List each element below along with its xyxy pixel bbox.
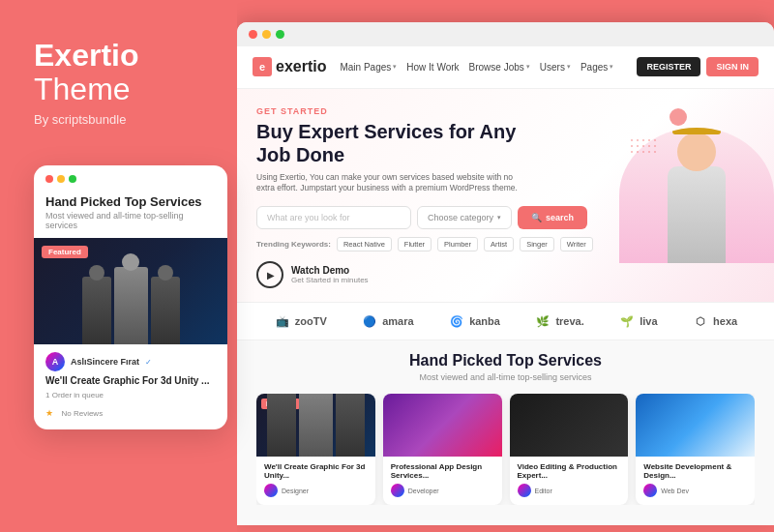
nav-pages[interactable]: Pages ▾ [580,62,613,73]
service-card-image-1: Featured [256,394,375,457]
service-user-row-3: Editor [518,484,621,497]
search-input[interactable]: What are you look for [256,206,411,229]
card-image: Featured [34,238,227,344]
kanba-icon: 🌀 [448,312,465,330]
hexa-icon: ⬡ [692,312,709,330]
card-warriors-1 [256,394,375,457]
dot-yellow [57,175,65,183]
logos-strip: 📺 zooTV 🔵 amara 🌀 kanba 🌿 treva. 🌱 liva … [237,302,774,340]
trending-tag-react[interactable]: React Native [337,237,392,251]
nav-how-it-work[interactable]: How It Work [406,62,459,73]
liva-label: liva [640,315,657,327]
nav-browse-jobs[interactable]: Browse Jobs ▾ [469,62,530,73]
chevron-down-icon: ▾ [526,63,530,71]
service-card-body-3: Video Editing & Production Expert... Edi… [510,457,629,505]
treva-label: treva. [555,315,583,327]
signin-button[interactable]: SIGN IN [706,57,759,76]
nav-actions: REGISTER SIGN IN [637,57,759,76]
order-count: 1 Order in queue [45,391,216,399]
mini-avatar-2 [391,484,404,497]
trending-tag-singer[interactable]: Singer [520,237,554,251]
navbar: e exertio Main Pages ▾ How It Work Brows… [237,46,774,89]
dot-red [45,175,53,183]
chevron-down-icon: ▾ [567,63,571,71]
mini-avatar-3 [518,484,531,497]
play-icon: ▶ [267,270,275,281]
stars: ★ [45,408,53,418]
service-card-title-3: Video Editing & Production Expert... [518,462,621,480]
register-button[interactable]: REGISTER [637,57,700,76]
brand-by: By scriptsbundle [34,112,126,127]
chevron-down-icon: ▾ [610,63,613,71]
service-card-title-4: Website Development & Design... [643,462,747,480]
nav-main-pages[interactable]: Main Pages ▾ [340,62,397,73]
service-user-row-4: Web Dev [643,484,747,497]
browser-content: e exertio Main Pages ▾ How It Work Brows… [237,46,774,525]
logo-hexa: ⬡ hexa [692,312,737,330]
card-section-subtitle: Most viewed and all-time top-selling ser… [34,211,227,238]
bottom-section: Hand Picked Top Services Most viewed and… [237,340,774,524]
trending-tag-artist[interactable]: Artist [484,237,514,251]
service-user-row-1: Designer [264,484,368,497]
logo-zootv: 📺 zooTV [274,312,327,330]
no-reviews: No Reviews [61,409,103,418]
play-button[interactable]: ▶ [256,261,283,288]
section-subtitle: Most viewed and all-time top-selling ser… [256,372,755,382]
search-button[interactable]: 🔍 search [518,206,587,229]
liva-icon: 🌱 [618,312,636,330]
browser-dot-yellow [262,30,271,39]
section-title: Hand Picked Top Services [256,352,755,369]
service-card-image-4 [636,394,755,457]
user-avatar: A [45,352,65,371]
dot-green [69,175,76,183]
warrior-right [151,277,180,344]
mini-name-1: Designer [282,488,309,494]
trending-tag-flutter[interactable]: Flutter [398,237,432,251]
card-titlebar [34,165,227,189]
service-card-2[interactable]: Professional App Design Services... Deve… [383,394,502,505]
user-name: AslıSincere Fırat [71,357,139,367]
mini-avatar-1 [264,484,278,497]
chevron-down-icon: ▾ [393,63,397,71]
watch-demo-sub: Get Started in minutes [291,276,369,284]
wc [299,394,333,457]
services-grid: Featured We'll Create Graphic For 3d Uni… [256,394,755,505]
browser-window: e exertio Main Pages ▾ How It Work Brows… [237,22,774,525]
nav-users[interactable]: Users ▾ [540,62,571,73]
hero-description: Using Exertio, You can make your own ser… [256,172,518,195]
service-card-title-1: We'll Create Graphic For 3d Unity... [264,462,368,480]
service-card-4[interactable]: Website Development & Design... Web Dev [636,394,755,505]
brand-name: Exertio [34,39,138,73]
logo-treva: 🌿 treva. [534,312,583,330]
amara-label: amara [382,315,413,327]
service-card-3[interactable]: Video Editing & Production Expert... Edi… [510,394,629,505]
person-head [677,133,716,171]
treva-icon: 🌿 [534,312,551,330]
watch-demo-text-block: Watch Demo Get Started in minutes [291,265,369,284]
chevron-down-icon: ▾ [497,214,501,222]
service-card-body-4: Website Development & Design... Web Dev [636,457,755,505]
service-card-body-2: Professional App Design Services... Deve… [383,457,502,505]
logo-icon: e [253,57,272,76]
logo-amara: 🔵 amara [361,312,413,330]
zootv-icon: 📺 [274,312,291,330]
service-card-body-1: We'll Create Graphic For 3d Unity... Des… [256,457,375,505]
person-body [668,166,726,263]
search-icon: 🔍 [531,213,542,222]
warrior-center [114,267,148,344]
trending-tag-plumber[interactable]: Plumber [437,237,478,251]
navbar-logo: e exertio [253,57,326,76]
service-card-1[interactable]: Featured We'll Create Graphic For 3d Uni… [256,394,375,505]
card-body: A AslıSincere Fırat ✓ We'll Create Graph… [34,344,227,429]
kanba-label: kanba [469,315,500,327]
left-panel: Exertio Theme By scriptsbundle Hand Pick… [0,0,237,532]
person-hat [672,128,721,134]
browser-titlebar [237,22,774,46]
warriors-graphic [34,257,227,344]
browser-dot-red [249,30,257,39]
service-title: We'll Create Graphic For 3d Unity ... [45,375,216,386]
category-select[interactable]: Choose category ▾ [417,206,512,229]
decor-circle [670,108,687,126]
service-card-title-2: Professional App Design Services... [391,462,494,480]
nav-links: Main Pages ▾ How It Work Browse Jobs ▾ U… [340,62,623,73]
